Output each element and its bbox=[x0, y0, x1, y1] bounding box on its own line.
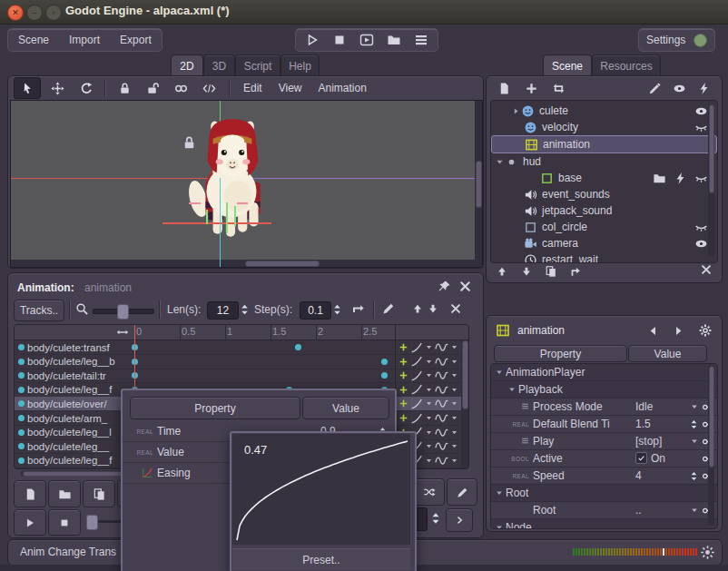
add-key-icon[interactable] bbox=[398, 370, 408, 380]
step-input[interactable]: 0.1 bbox=[300, 301, 331, 320]
stop-animation-button[interactable] bbox=[48, 509, 81, 536]
eyeclosed-icon[interactable] bbox=[694, 221, 708, 234]
view-menu[interactable]: View bbox=[271, 82, 310, 94]
collapse-icon[interactable] bbox=[495, 488, 504, 497]
tab-scene[interactable]: Scene bbox=[543, 54, 592, 76]
interpolation-dropdown-icon[interactable] bbox=[425, 399, 433, 408]
lock-object-button[interactable] bbox=[118, 82, 132, 95]
animation-track[interactable]: body/culete/tail:tr bbox=[15, 369, 468, 383]
property-value[interactable]: [stop] bbox=[635, 435, 683, 448]
add-key-icon[interactable] bbox=[398, 357, 408, 367]
history-back-icon[interactable] bbox=[647, 325, 659, 337]
popup-property-column[interactable]: Property bbox=[130, 397, 300, 419]
signals-button[interactable] bbox=[697, 82, 711, 95]
debug-options-button[interactable] bbox=[414, 33, 428, 47]
keyframe-dot[interactable] bbox=[381, 372, 388, 379]
collapse-icon[interactable] bbox=[495, 523, 504, 529]
interpolation-dropdown-icon[interactable] bbox=[425, 442, 433, 450]
animation-track[interactable]: body/culete:transf bbox=[15, 340, 468, 355]
wrap-dropdown-icon[interactable] bbox=[450, 386, 458, 394]
timeline-zoom-slider[interactable] bbox=[93, 309, 154, 314]
blend-stepper[interactable] bbox=[429, 510, 442, 527]
tracks-vscrollbar[interactable] bbox=[461, 340, 468, 468]
wrap-dropdown-icon[interactable] bbox=[450, 428, 458, 437]
tree-item-jetpack_sound[interactable]: jetpack_sound bbox=[491, 202, 717, 219]
inspector-gear-icon[interactable] bbox=[698, 323, 713, 338]
move-tool-button[interactable] bbox=[44, 78, 70, 98]
property-active[interactable]: BOOLActiveOn bbox=[491, 450, 717, 468]
interpolation-dropdown-icon[interactable] bbox=[425, 457, 433, 465]
import-menu[interactable]: Import bbox=[59, 29, 110, 51]
wrap-mode-icon[interactable] bbox=[435, 397, 448, 410]
eyeclosed-icon[interactable] bbox=[694, 172, 708, 185]
history-forward-icon[interactable] bbox=[673, 325, 684, 337]
new-scene-button[interactable] bbox=[497, 82, 511, 95]
add-key-icon[interactable] bbox=[398, 399, 408, 409]
wrap-mode-icon[interactable] bbox=[435, 454, 448, 468]
eye-icon[interactable] bbox=[694, 237, 708, 251]
wrap-dropdown-icon[interactable] bbox=[450, 442, 458, 450]
expander-icon[interactable] bbox=[511, 106, 521, 116]
wrap-dropdown-icon[interactable] bbox=[450, 414, 458, 422]
interpolation-dropdown-icon[interactable] bbox=[425, 414, 433, 422]
track-move-down-icon[interactable] bbox=[427, 302, 439, 315]
scene-dock-close-icon[interactable] bbox=[700, 263, 713, 276]
export-menu[interactable]: Export bbox=[110, 29, 162, 51]
tracks-button[interactable]: Tracks.. bbox=[14, 300, 64, 321]
track-delete-icon[interactable] bbox=[449, 302, 462, 315]
property-process-mode[interactable]: Process ModeIdle bbox=[491, 399, 717, 416]
property-value[interactable]: Idle bbox=[635, 400, 683, 413]
scene-tree-scrollbar[interactable] bbox=[708, 103, 714, 256]
new-animation-button[interactable] bbox=[14, 480, 46, 507]
add-node-button[interactable] bbox=[525, 82, 538, 95]
wrap-dropdown-icon[interactable] bbox=[450, 371, 458, 379]
pan-timeline-icon[interactable] bbox=[116, 326, 129, 339]
property-value[interactable]: 1.5 bbox=[635, 418, 683, 430]
interpolation-icon[interactable] bbox=[410, 412, 423, 425]
groups-button[interactable] bbox=[673, 82, 686, 95]
tree-item-hud[interactable]: hud bbox=[491, 153, 717, 170]
wrap-mode-icon[interactable] bbox=[435, 411, 448, 425]
category-animationplayer[interactable]: AnimationPlayer bbox=[491, 364, 717, 381]
interpolation-dropdown-icon[interactable] bbox=[425, 358, 433, 366]
add-key-icon[interactable] bbox=[398, 413, 408, 423]
wrap-mode-icon[interactable] bbox=[435, 383, 448, 397]
wrap-mode-icon[interactable] bbox=[435, 355, 448, 369]
settings-button[interactable]: Settings bbox=[638, 28, 715, 52]
window-close-button[interactable]: ✕ bbox=[7, 5, 24, 21]
category-node[interactable]: Node bbox=[491, 519, 717, 529]
edit-script-button[interactable] bbox=[202, 82, 216, 95]
load-animation-button[interactable] bbox=[48, 480, 81, 507]
tree-item-animation[interactable]: animation bbox=[491, 135, 717, 153]
bolt-icon[interactable] bbox=[674, 172, 687, 185]
window-minimize-button[interactable]: – bbox=[26, 5, 43, 21]
eyeclosed-icon[interactable] bbox=[694, 121, 708, 134]
property-default-blend-ti[interactable]: REALDefault Blend Ti1.5 bbox=[491, 416, 717, 433]
interpolation-icon[interactable] bbox=[410, 355, 423, 368]
tree-item-culete[interactable]: culete bbox=[491, 103, 717, 119]
unlock-object-button[interactable] bbox=[146, 82, 160, 95]
viewport-2d[interactable] bbox=[10, 100, 483, 268]
interpolation-dropdown-icon[interactable] bbox=[425, 386, 433, 394]
keyframe-dot[interactable] bbox=[295, 344, 301, 350]
property-root[interactable]: Root.. bbox=[491, 502, 717, 519]
property-play[interactable]: Play[stop] bbox=[491, 433, 717, 450]
play-scene-button[interactable] bbox=[359, 33, 374, 47]
collapse-icon[interactable] bbox=[507, 385, 516, 394]
duplicate-node-button[interactable] bbox=[545, 265, 557, 278]
cursor-tool-button[interactable] bbox=[14, 77, 41, 99]
edit-keys-icon[interactable] bbox=[381, 301, 396, 316]
keyframe-dot[interactable] bbox=[381, 359, 388, 365]
wrap-dropdown-icon[interactable] bbox=[450, 457, 458, 465]
interpolation-icon[interactable] bbox=[410, 369, 423, 382]
zoom-slider-thumb[interactable] bbox=[117, 304, 129, 320]
alpaca-sprite[interactable] bbox=[185, 113, 278, 239]
tree-item-event_sounds[interactable]: event_sounds bbox=[491, 186, 717, 202]
add-key-icon[interactable] bbox=[398, 385, 408, 395]
rotate-tool-button[interactable] bbox=[74, 78, 99, 98]
loop-icon[interactable] bbox=[350, 302, 366, 317]
edit-menu[interactable]: Edit bbox=[235, 82, 271, 94]
interpolation-icon[interactable] bbox=[410, 398, 423, 410]
edit-resource-button[interactable] bbox=[447, 478, 477, 506]
property-column-header[interactable]: Property bbox=[494, 345, 627, 362]
